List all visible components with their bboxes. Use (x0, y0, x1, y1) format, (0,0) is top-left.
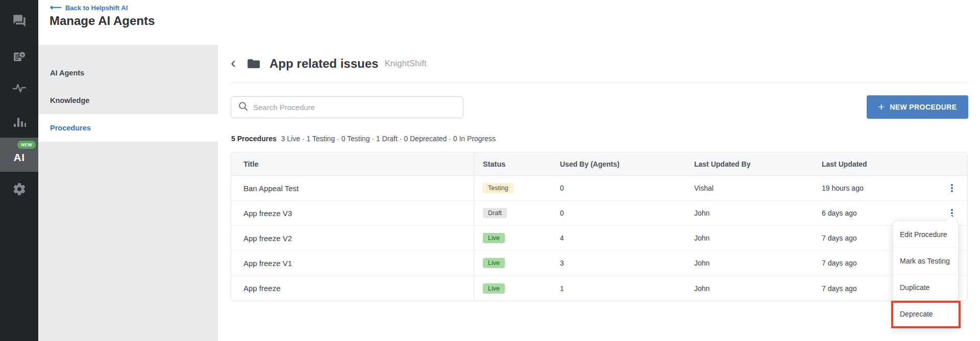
status-badge: Live (483, 233, 505, 243)
sidebar-item-label: Knowledge (50, 96, 89, 104)
cell-last-updated: 19 hours ago (822, 176, 937, 200)
cell-used-by: 4 (559, 226, 694, 250)
sidebar-item-label: Procedures (50, 124, 91, 132)
context-menu-arrow (946, 216, 957, 221)
cell-last-updated-by: John (694, 276, 822, 301)
column-header-title: Title (231, 152, 474, 175)
sidebar-item-procedures[interactable]: Procedures (38, 114, 218, 142)
procedures-breakdown: 3 Live · 1 Testing · 0 Testing · 1 Draft… (281, 135, 496, 143)
cell-status: Testing (474, 176, 559, 200)
breadcrumb-subtitle: KnightShift (384, 59, 426, 69)
cell-used-by: 0 (559, 176, 694, 200)
chat-icon[interactable] (0, 12, 38, 30)
cell-last-updated-by: Vishal (694, 176, 822, 200)
context-menu-item-mark-as-testing[interactable]: Mark as Testing (893, 248, 958, 274)
row-context-menu: Edit Procedure Mark as Testing Duplicate… (893, 221, 959, 328)
breadcrumb-title: App related issues (270, 57, 378, 71)
cell-title: App freeze V2 (231, 226, 474, 250)
folder-icon (247, 58, 260, 69)
back-link-label: Back to Helpshift AI (65, 4, 128, 12)
row-kebab-menu-icon[interactable] (947, 181, 957, 195)
table-header-row: TitleStatusUsed By (Agents)Last Updated … (231, 152, 967, 176)
column-header-last-updated: Last Updated (822, 152, 937, 175)
status-badge: Testing (483, 183, 513, 193)
sidebar-item-ai-agents[interactable]: AI Agents (38, 59, 218, 87)
procedures-table: TitleStatusUsed By (Agents)Last Updated … (231, 152, 968, 301)
cell-title: App freeze V1 (231, 251, 474, 275)
status-badge: Live (483, 258, 505, 268)
search-icon (238, 101, 248, 113)
cell-title: App freeze V3 (231, 201, 474, 225)
svg-text:?: ? (20, 53, 23, 58)
table-row[interactable]: App freeze V2 Live 4 John 7 days ago (231, 226, 967, 251)
cell-last-updated-by: John (694, 201, 822, 225)
rail-item-ai[interactable]: NEW AI (0, 138, 38, 172)
breadcrumb: ‹ App related issues KnightShift (231, 51, 427, 76)
breadcrumb-back-chevron-icon[interactable]: ‹ (231, 55, 236, 70)
new-procedure-button[interactable]: + NEW PROCEDURE (867, 95, 968, 119)
status-badge: Live (483, 283, 505, 294)
manage-ai-agents-page: ? NEW AI ⟵ Back to Hel (0, 0, 980, 341)
cell-used-by: 3 (559, 251, 694, 275)
cell-status: Live (474, 276, 559, 301)
table-row[interactable]: App freeze V3 Draft 0 John 6 days ago (231, 201, 967, 226)
activity-icon[interactable] (0, 80, 38, 97)
context-menu-item-deprecate[interactable]: Deprecate (893, 301, 958, 327)
column-header-used-by-agents-: Used By (Agents) (559, 152, 694, 175)
context-menu-item-edit-procedure[interactable]: Edit Procedure (893, 221, 958, 248)
cell-status: Live (474, 251, 559, 275)
secondary-sidebar: AI Agents Knowledge Procedures (38, 45, 218, 341)
bar-chart-icon[interactable] (0, 113, 38, 130)
table-row[interactable]: App freeze Live 1 John 7 days ago (231, 276, 967, 301)
new-badge: NEW (17, 141, 36, 149)
gear-icon[interactable] (0, 180, 38, 198)
sidebar-item-knowledge[interactable]: Knowledge (38, 87, 218, 114)
search-input[interactable] (253, 103, 463, 112)
plus-icon: + (878, 101, 885, 112)
search-procedure-box (231, 96, 463, 118)
column-header-status: Status (474, 152, 559, 175)
cell-used-by: 0 (559, 201, 694, 225)
back-to-helpshift-link[interactable]: ⟵ Back to Helpshift AI (50, 4, 128, 12)
procedures-summary: 5 Procedures 3 Live · 1 Testing · 0 Test… (231, 135, 496, 143)
cell-title: App freeze (231, 276, 474, 301)
cell-last-updated-by: John (694, 226, 822, 250)
cell-used-by: 1 (559, 276, 694, 301)
sidebar-item-label: AI Agents (50, 69, 84, 77)
cell-status: Live (474, 226, 559, 250)
context-menu-item-duplicate[interactable]: Duplicate (893, 274, 958, 301)
ai-label: AI (0, 151, 38, 164)
table-row[interactable]: Ban Appeal Test Testing 0 Vishal 19 hour… (231, 176, 967, 201)
cell-status: Draft (474, 201, 559, 225)
status-badge: Draft (483, 208, 507, 218)
app-rail: ? NEW AI (0, 0, 38, 341)
procedures-total: 5 Procedures (231, 135, 277, 143)
cell-last-updated-by: John (694, 251, 822, 275)
column-header-last-updated-by: Last Updated By (694, 152, 822, 175)
cell-title: Ban Appeal Test (231, 176, 474, 200)
page-title: Manage AI Agents (50, 14, 155, 28)
faq-icon[interactable]: ? (0, 48, 38, 65)
new-procedure-label: NEW PROCEDURE (890, 103, 957, 111)
table-row[interactable]: App freeze V1 Live 3 John 7 days ago (231, 251, 967, 276)
back-arrow-icon: ⟵ (50, 4, 62, 12)
header-divider (231, 82, 968, 83)
